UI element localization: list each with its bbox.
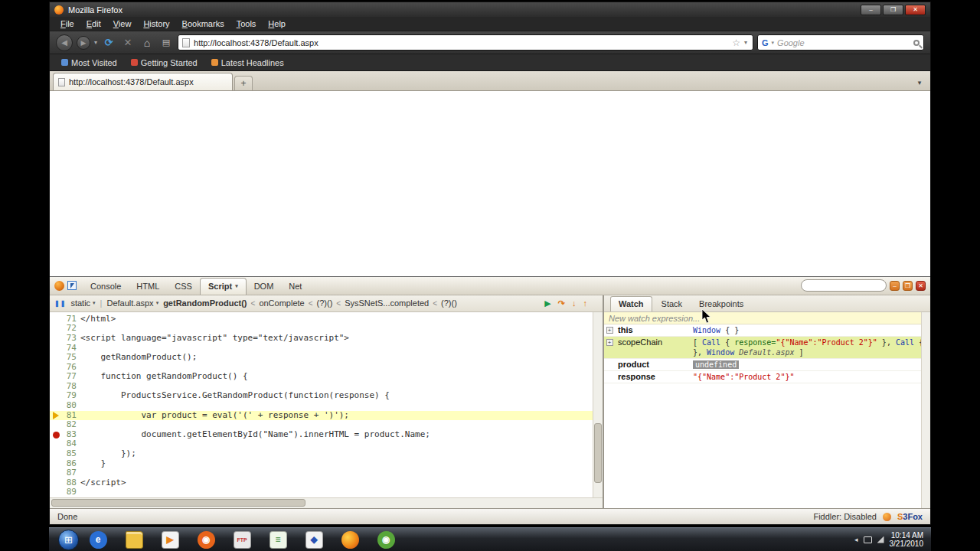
winamp-icon[interactable]: ◉ [194,530,217,549]
code-line-86[interactable]: 86 } [50,459,593,469]
watch-row-scopeChain[interactable]: +scopeChain[ Call { response="{"Name":"P… [604,337,930,359]
url-bar[interactable]: http://localhost:4378/Default.aspx ☆ ▾ [178,34,753,51]
new-tab-button[interactable]: + [234,76,253,90]
stop-button[interactable]: ✕ [120,37,136,48]
breakpoint-gutter[interactable] [50,382,62,392]
breakpoint-gutter[interactable] [50,430,62,440]
code-line-82[interactable]: 82 [50,420,593,430]
url-dropdown-icon[interactable]: ▾ [744,39,749,46]
visual-studio-icon[interactable]: ◆ [302,530,325,549]
menu-edit[interactable]: Edit [80,18,107,30]
breakpoint-gutter[interactable] [50,468,62,478]
side-tab-stack[interactable]: Stack [654,297,691,311]
fiddler-status[interactable]: Fiddler: Disabled [813,512,877,521]
step-into-button[interactable]: ↓ [572,298,577,308]
watch-row-product[interactable]: productundefined [604,359,930,371]
code-line-71[interactable]: 71</html> [50,315,593,324]
menu-view[interactable]: View [107,18,138,30]
expand-icon[interactable]: + [606,339,613,346]
breakpoint-gutter[interactable] [50,459,62,469]
breakpoint-gutter[interactable] [50,439,62,449]
s3fox-label[interactable]: S3Fox [897,512,923,521]
script-file-dropdown[interactable]: Default.aspx ▾ [106,298,158,308]
breadcrumb-item[interactable]: onComplete [259,298,304,308]
firefox-icon[interactable] [338,530,361,549]
screen-recorder-icon[interactable]: ◉ [374,530,397,549]
new-watch-expression-field[interactable]: New watch expression... [604,312,930,324]
breadcrumb-item[interactable]: SysSNetS...completed [345,298,429,308]
code-vertical-scrollbar[interactable] [593,312,603,497]
menu-tools[interactable]: Tools [230,18,263,30]
refresh-button[interactable]: ⟳ [101,37,116,48]
bookmark-latest-headlines[interactable]: Latest Headlines [206,57,289,69]
side-tab-watch[interactable]: Watch [610,296,652,311]
firebug-tab-html[interactable]: HTML [129,279,167,295]
url-input[interactable]: http://localhost:4378/Default.aspx [194,38,728,47]
break-on-next-icon[interactable]: ❚❚ [54,300,66,307]
menu-help[interactable]: Help [262,18,292,30]
ftp-client-icon[interactable]: FTP [230,530,253,549]
code-line-87[interactable]: 87 [50,468,593,478]
bookmark-most-visited[interactable]: Most Visited [56,57,122,69]
breadcrumb-item[interactable]: getRandomProduct() [163,298,247,308]
media-player-icon[interactable]: ▶ [158,530,181,549]
bookmark-getting-started[interactable]: Getting Started [126,57,203,69]
step-out-button[interactable]: ↑ [583,298,588,308]
breakpoint-gutter[interactable] [50,487,62,497]
search-icon[interactable] [913,40,920,46]
back-button[interactable]: ◀ [56,34,73,51]
menu-bookmarks[interactable]: Bookmarks [176,18,230,30]
continue-button[interactable]: ▶ [544,298,550,308]
menu-file[interactable]: File [54,18,80,30]
code-line-80[interactable]: 80 [50,401,593,411]
code-line-85[interactable]: 85 }); [50,449,593,459]
expand-icon[interactable]: + [606,327,613,334]
minimize-button[interactable]: – [861,5,881,15]
search-input[interactable]: Google [777,38,910,47]
breakpoint-gutter[interactable] [50,391,62,401]
breakpoint-gutter[interactable] [50,324,62,334]
code-line-75[interactable]: 75 getRandomProduct(); [50,353,593,363]
breakpoint-gutter[interactable] [50,353,62,363]
scrollbar-thumb[interactable] [594,423,602,483]
list-all-tabs-button[interactable]: ▾ [912,75,927,90]
firebug-search-input[interactable] [801,279,887,292]
code-line-83[interactable]: 83 document.getElementById("Name").inner… [50,430,593,440]
breakpoint-gutter[interactable] [50,449,62,459]
breakpoint-gutter[interactable] [50,411,62,421]
text-editor-icon[interactable]: ≡ [266,530,289,549]
page-style-icon[interactable]: ▤ [158,37,174,47]
breadcrumb-item[interactable]: (?)() [317,298,333,308]
forward-button[interactable]: ▶ [77,36,90,50]
firebug-tab-console[interactable]: Console [83,279,129,295]
firebug-close-button[interactable]: ✕ [916,281,926,291]
maximize-button[interactable]: ❒ [883,5,903,15]
tray-chevron-icon[interactable]: ◂ [854,536,858,543]
close-button[interactable]: ✕ [905,5,926,15]
watch-row-this[interactable]: +thisWindow { } [604,324,930,337]
tray-volume-icon[interactable] [877,536,884,543]
script-source[interactable]: 71</html>7273<script language="javascrip… [50,312,593,497]
code-line-73[interactable]: 73<script language="javascript" type="te… [50,334,593,344]
firebug-status-icon[interactable] [883,513,891,521]
script-type-dropdown[interactable]: static ▾ [70,298,95,308]
clock[interactable]: 10:14 AM 3/21/2010 [890,531,924,548]
breakpoint-gutter[interactable] [50,401,62,411]
tray-display-icon[interactable] [864,536,872,543]
internet-explorer-icon[interactable]: e [87,530,109,549]
watch-row-response[interactable]: response"{"Name":"Product 2"}" [604,371,930,383]
code-line-89[interactable]: 89 [50,487,593,497]
google-logo-icon[interactable]: G [762,38,769,47]
search-bar[interactable]: G ▾ Google [757,34,924,51]
firebug-detach-button[interactable]: ❒ [903,281,913,291]
firebug-minimize-button[interactable]: – [890,281,900,291]
breakpoint-gutter[interactable] [50,478,62,488]
windows-explorer-icon[interactable] [122,530,145,549]
firebug-tab-css[interactable]: CSS [167,279,200,295]
breakpoint-gutter[interactable] [50,344,62,354]
breakpoint-gutter[interactable] [50,334,62,344]
browser-tab[interactable]: http://localhost:4378/Default.aspx [53,73,233,90]
firebug-tab-dom[interactable]: DOM [247,279,282,295]
scrollbar-thumb[interactable] [51,499,305,507]
search-engine-dropdown-icon[interactable]: ▾ [772,40,775,46]
